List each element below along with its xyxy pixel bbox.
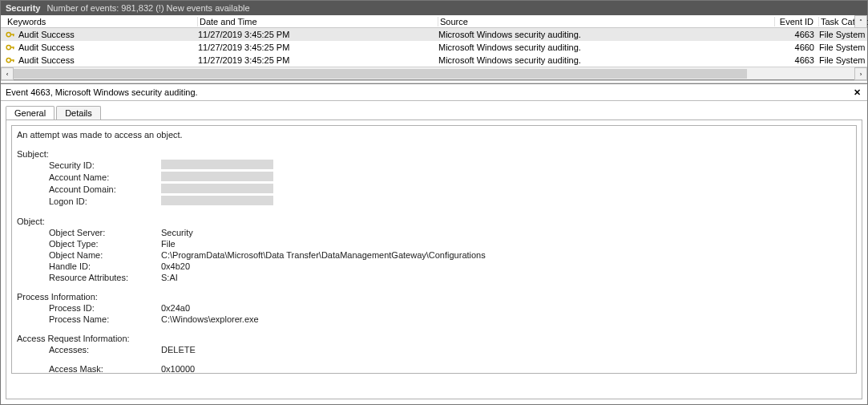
logon-id-label: Logon ID: (49, 196, 161, 208)
object-name-value: C:\ProgramData\Microsoft\Data Transfer\D… (161, 249, 851, 261)
security-id-label: Security ID: (49, 160, 161, 172)
key-icon (6, 55, 15, 65)
object-server-value: Security (161, 227, 851, 238)
object-name-label: Object Name: (49, 249, 161, 261)
cell-taskcategory: File System (819, 43, 865, 52)
process-name-label: Process Name: (49, 314, 161, 325)
cell-source: Microsoft Windows security auditing. (438, 30, 775, 39)
cell-taskcategory: File System (819, 30, 865, 39)
horizontal-scrollbar[interactable]: ‹ › (1, 67, 867, 79)
object-label: Object: (17, 216, 851, 227)
event-counts: Number of events: 981,832 (!) New events… (46, 3, 249, 13)
process-name-value: C:\Windows\explorer.exe (161, 314, 851, 325)
cell-keywords: Audit Success (18, 55, 75, 65)
cell-keywords: Audit Success (18, 30, 75, 39)
access-section: Access Request Information: Accesses:DEL… (17, 333, 851, 374)
account-domain-redacted (161, 184, 273, 193)
security-id-redacted (161, 160, 273, 169)
svg-point-0 (6, 32, 10, 36)
svg-point-3 (6, 45, 10, 49)
cell-eventid: 4660 (775, 43, 819, 52)
svg-point-6 (6, 58, 10, 62)
cell-keywords: Audit Success (18, 43, 75, 52)
col-source[interactable]: Source (438, 17, 775, 26)
table-row[interactable]: Audit Success11/27/2019 3:45:25 PMMicros… (1, 54, 867, 67)
scroll-up-button[interactable]: ˄ (854, 15, 867, 28)
access-mask-label: Access Mask: (49, 363, 161, 374)
col-datetime[interactable]: Date and Time (198, 17, 438, 26)
event-viewer-window: Security Number of events: 981,832 (!) N… (0, 0, 868, 405)
logon-id-redacted (161, 196, 273, 205)
close-icon[interactable]: ✕ (851, 87, 862, 98)
hscroll-right-button[interactable]: › (854, 67, 867, 80)
object-type-label: Object Type: (49, 238, 161, 249)
table-row[interactable]: Audit Success11/27/2019 3:45:25 PMMicros… (1, 28, 867, 41)
event-list-pane: Keywords Date and Time Source Event ID T… (1, 15, 867, 80)
titlebar: Security Number of events: 981,832 (!) N… (1, 1, 867, 15)
col-keywords[interactable]: Keywords (6, 17, 198, 26)
object-server-label: Object Server: (49, 227, 161, 238)
detail-titlebar: Event 4663, Microsoft Windows security a… (1, 84, 867, 101)
account-domain-label: Account Domain: (49, 184, 161, 196)
cell-datetime: 11/27/2019 3:45:25 PM (198, 55, 438, 65)
cell-eventid: 4663 (775, 30, 819, 39)
handle-id-label: Handle ID: (49, 261, 161, 272)
object-type-value: File (161, 238, 851, 249)
cell-source: Microsoft Windows security auditing. (438, 55, 775, 65)
cell-datetime: 11/27/2019 3:45:25 PM (198, 43, 438, 52)
handle-id-value: 0x4b20 (161, 261, 851, 272)
object-section: Object: Object Server:Security Object Ty… (17, 216, 851, 283)
resource-attr-value: S:AI (161, 272, 851, 283)
svg-rect-8 (13, 59, 14, 62)
key-icon (6, 43, 15, 52)
msg-headline: An attempt was made to access an object. (17, 129, 851, 140)
tab-general-body: An attempt was made to access an object.… (6, 119, 862, 399)
cell-eventid: 4663 (775, 55, 819, 65)
col-eventid[interactable]: Event ID (775, 17, 819, 26)
subject-section: Subject: Security ID: Account Name: Acco… (17, 148, 851, 208)
hscroll-left-button[interactable]: ‹ (1, 67, 14, 80)
key-icon (6, 30, 15, 39)
tab-details[interactable]: Details (56, 106, 101, 119)
access-mask-value: 0x10000 (161, 363, 851, 374)
accesses-label: Accesses: (49, 344, 161, 355)
detail-tabs: General Details (1, 101, 867, 119)
table-row[interactable]: Audit Success11/27/2019 3:45:25 PMMicros… (1, 41, 867, 54)
log-name: Security (6, 3, 40, 13)
process-label: Process Information: (17, 291, 851, 302)
svg-rect-2 (13, 34, 14, 36)
cell-taskcategory: File System (819, 55, 865, 65)
hscroll-thumb[interactable] (14, 69, 747, 79)
tab-general[interactable]: General (6, 106, 55, 119)
column-headers: Keywords Date and Time Source Event ID T… (1, 15, 867, 28)
process-section: Process Information: Process ID:0x24a0 P… (17, 291, 851, 325)
event-message-box[interactable]: An attempt was made to access an object.… (11, 125, 857, 374)
process-id-label: Process ID: (49, 302, 161, 314)
accesses-value: DELETE (161, 344, 851, 355)
subject-label: Subject: (17, 148, 851, 160)
event-detail-pane: Event 4663, Microsoft Windows security a… (1, 83, 867, 404)
cell-datetime: 11/27/2019 3:45:25 PM (198, 30, 438, 39)
access-label: Access Request Information: (17, 333, 851, 344)
account-name-redacted (161, 172, 273, 181)
svg-rect-5 (13, 47, 14, 49)
resource-attr-label: Resource Attributes: (49, 272, 161, 283)
event-rows: Audit Success11/27/2019 3:45:25 PMMicros… (1, 28, 867, 67)
cell-source: Microsoft Windows security auditing. (438, 43, 775, 52)
process-id-value: 0x24a0 (161, 302, 851, 314)
detail-title-text: Event 4663, Microsoft Windows security a… (6, 87, 198, 97)
account-name-label: Account Name: (49, 172, 161, 184)
